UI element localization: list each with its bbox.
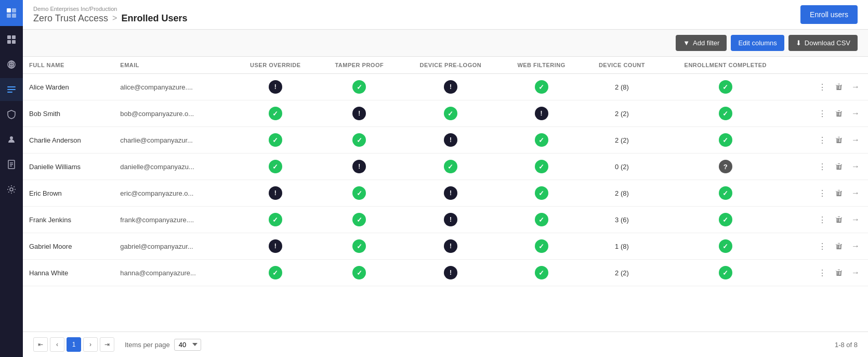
more-options-button[interactable]: ⋮ bbox=[816, 81, 828, 93]
cell-name: Alice Warden bbox=[23, 74, 114, 100]
info-dark-icon: ! bbox=[269, 186, 282, 200]
cell-web-filtering: ✓ bbox=[501, 260, 582, 286]
col-header-actions bbox=[790, 57, 868, 74]
cell-actions: ⋮ → bbox=[790, 127, 868, 154]
more-options-button[interactable]: ⋮ bbox=[816, 214, 828, 226]
cell-web-filtering: ✓ bbox=[501, 233, 582, 260]
svg-point-15 bbox=[10, 136, 13, 139]
sidebar-item-network[interactable] bbox=[0, 53, 23, 76]
check-green-icon: ✓ bbox=[535, 133, 548, 147]
download-csv-button[interactable]: ⬇ Download CSV bbox=[788, 35, 858, 51]
navigate-button[interactable]: → bbox=[849, 81, 862, 93]
navigate-button[interactable]: → bbox=[849, 187, 862, 199]
cell-enrollment-completed: ✓ bbox=[662, 180, 790, 207]
pagination-info: 1-8 of 8 bbox=[835, 341, 858, 349]
cell-enrollment-completed: ✓ bbox=[662, 74, 790, 100]
delete-button[interactable] bbox=[833, 135, 845, 145]
svg-rect-13 bbox=[7, 89, 16, 90]
check-green-icon: ✓ bbox=[269, 133, 282, 147]
svg-rect-6 bbox=[7, 40, 11, 44]
cell-email: gabriel@companyazur... bbox=[114, 233, 233, 260]
cell-enrollment-completed: ✓ bbox=[662, 127, 790, 154]
pagination-next[interactable]: › bbox=[83, 337, 98, 352]
cell-user-override: ✓ bbox=[233, 207, 318, 233]
info-dark-icon: ! bbox=[352, 107, 366, 120]
navigate-button[interactable]: → bbox=[849, 161, 862, 172]
info-dark-icon: ! bbox=[352, 160, 366, 173]
more-options-button[interactable]: ⋮ bbox=[816, 240, 828, 252]
more-options-button[interactable]: ⋮ bbox=[816, 187, 828, 199]
check-green-icon: ✓ bbox=[352, 80, 366, 94]
sidebar-item-security[interactable] bbox=[0, 103, 23, 126]
navigate-button[interactable]: → bbox=[849, 240, 862, 252]
navigate-button[interactable]: → bbox=[849, 214, 862, 225]
cell-actions: ⋮ → bbox=[790, 74, 868, 100]
table-row: Bob Smith bob@companyazure.o... ✓ ! ✓ ! … bbox=[23, 100, 868, 127]
pagination-page-1[interactable]: 1 bbox=[67, 337, 81, 352]
check-green-icon: ✓ bbox=[719, 239, 732, 253]
delete-button[interactable] bbox=[833, 214, 845, 225]
cell-enrollment-completed: ✓ bbox=[662, 100, 790, 127]
cell-device-pre-logon: ! bbox=[401, 233, 501, 260]
check-green-icon: ✓ bbox=[719, 107, 732, 120]
cell-enrollment-completed: ✓ bbox=[662, 207, 790, 233]
cell-device-count: 0 (2) bbox=[582, 154, 662, 180]
pagination-first[interactable]: ⇤ bbox=[33, 337, 48, 352]
cell-name: Frank Jenkins bbox=[23, 207, 114, 233]
pagination-prev[interactable]: ‹ bbox=[50, 337, 64, 352]
cell-device-pre-logon: ✓ bbox=[401, 100, 501, 127]
sidebar-item-enrolled-users[interactable] bbox=[0, 78, 23, 101]
delete-button[interactable] bbox=[833, 241, 845, 251]
sidebar-item-dashboard[interactable] bbox=[0, 28, 23, 51]
cell-email: danielle@companyazu... bbox=[114, 154, 233, 180]
breadcrumb-root[interactable]: Zero Trust Access bbox=[33, 13, 108, 24]
more-options-button[interactable]: ⋮ bbox=[816, 161, 828, 173]
breadcrumb-separator: > bbox=[112, 14, 117, 23]
delete-button[interactable] bbox=[833, 161, 845, 172]
sidebar-item-policies[interactable] bbox=[0, 153, 23, 176]
table-row: Eric Brown eric@companyazure.o... ! ✓ ! … bbox=[23, 180, 868, 207]
navigate-button[interactable]: → bbox=[849, 134, 862, 146]
delete-button[interactable] bbox=[833, 82, 845, 92]
table-header-row: FULL NAME EMAIL USER OVERRIDE TAMPER PRO… bbox=[23, 57, 868, 74]
main-content: Demo Enterprises Inc/Production Zero Tru… bbox=[23, 0, 868, 357]
sidebar-item-settings[interactable] bbox=[0, 178, 23, 201]
info-dark-icon: ! bbox=[535, 107, 548, 120]
cell-email: frank@companyazure.... bbox=[114, 207, 233, 233]
delete-button[interactable] bbox=[833, 108, 845, 119]
col-header-user-override: USER OVERRIDE bbox=[233, 57, 318, 74]
cell-tamper-proof: ✓ bbox=[318, 260, 401, 286]
check-green-icon: ✓ bbox=[269, 266, 282, 279]
cell-web-filtering: ✓ bbox=[501, 154, 582, 180]
per-page-select[interactable]: 40 10 20 100 bbox=[174, 339, 201, 351]
delete-button[interactable] bbox=[833, 267, 845, 278]
delete-button[interactable] bbox=[833, 188, 845, 198]
cell-actions: ⋮ → bbox=[790, 260, 868, 286]
more-options-button[interactable]: ⋮ bbox=[816, 108, 828, 120]
pagination-bar: ⇤ ‹ 1 › ⇥ Items per page 40 10 20 100 1-… bbox=[23, 332, 868, 357]
navigate-button[interactable]: → bbox=[849, 267, 862, 278]
cell-user-override: ✓ bbox=[233, 100, 318, 127]
check-green-icon: ✓ bbox=[352, 239, 366, 253]
svg-rect-7 bbox=[12, 40, 16, 44]
more-options-button[interactable]: ⋮ bbox=[816, 134, 828, 146]
add-filter-label: Add filter bbox=[693, 39, 719, 47]
cell-enrollment-completed: ✓ bbox=[662, 233, 790, 260]
cell-device-pre-logon: ! bbox=[401, 180, 501, 207]
question-icon: ? bbox=[719, 160, 732, 173]
cell-tamper-proof: ! bbox=[318, 100, 401, 127]
cell-tamper-proof: ! bbox=[318, 154, 401, 180]
add-filter-button[interactable]: ▼ Add filter bbox=[676, 35, 727, 51]
enroll-users-button[interactable]: Enroll users bbox=[800, 5, 858, 24]
check-green-icon: ✓ bbox=[719, 213, 732, 226]
navigate-button[interactable]: → bbox=[849, 108, 862, 119]
page-header: Demo Enterprises Inc/Production Zero Tru… bbox=[23, 0, 868, 30]
items-per-page-label: Items per page bbox=[125, 341, 170, 349]
sidebar-item-users[interactable] bbox=[0, 128, 23, 151]
check-green-icon: ✓ bbox=[444, 160, 457, 173]
edit-columns-button[interactable]: Edit columns bbox=[731, 35, 784, 51]
more-options-button[interactable]: ⋮ bbox=[816, 267, 828, 279]
cell-device-count: 1 (8) bbox=[582, 233, 662, 260]
svg-rect-2 bbox=[7, 14, 11, 18]
pagination-last[interactable]: ⇥ bbox=[100, 337, 114, 352]
